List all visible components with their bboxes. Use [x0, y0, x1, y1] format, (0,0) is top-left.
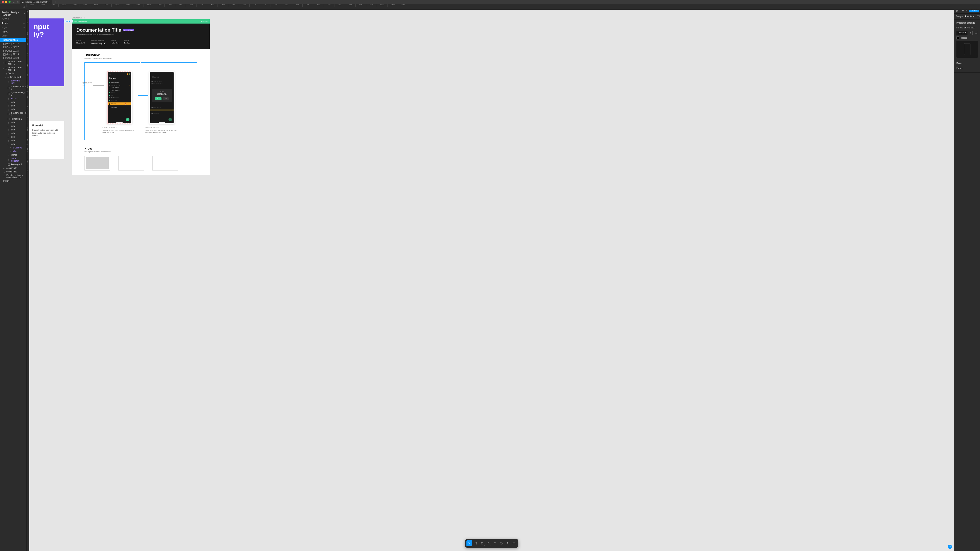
prototype-tab[interactable]: Prototype	[965, 15, 974, 17]
selection-box[interactable]: Padding betweenitems should be20px 9:41 …	[84, 62, 197, 140]
layer-item[interactable]: ▸tasked-dark	[0, 75, 26, 79]
layer-item[interactable]: Group 92126	[0, 49, 26, 52]
layer-item[interactable]: Status bar / light	[0, 79, 26, 85]
layer-item[interactable]: todo	[0, 142, 26, 146]
layer-item[interactable]: ▸Documentation	[0, 38, 26, 42]
layer-item[interactable]: Padding between items should be	[0, 173, 26, 179]
task-row: Dust The Lamps	[109, 97, 130, 99]
flow-item[interactable]: Flow 1	[956, 66, 978, 70]
selection-handle[interactable]	[140, 62, 142, 63]
project-title[interactable]: Product Design Handoff ▾	[0, 10, 26, 17]
orientation-portrait[interactable]: ▯	[969, 31, 973, 35]
purple-heading: nput ly?	[33, 23, 60, 39]
layer-item[interactable]: checkbox	[0, 146, 26, 149]
file-tab[interactable]: ◆ Product Design Handoff ×	[20, 0, 52, 3]
phone-mockup-1[interactable]: 9:41 📶 🔋 Chores Water The PlantsTake Out…	[107, 71, 132, 124]
selected-task-row: ADD NEW ⏰ 🗑	[108, 102, 131, 105]
design-tab[interactable]: Design	[956, 15, 963, 17]
flows-header: Flows	[956, 62, 978, 65]
share-button[interactable]: Share	[969, 8, 979, 12]
layer-item[interactable]: Rectangle 2	[0, 163, 26, 166]
layer-item[interactable]: add task	[0, 97, 26, 100]
layer-item[interactable]: todo	[0, 104, 26, 108]
present-icon[interactable]: ▷	[963, 9, 964, 11]
documentation-frame[interactable]: Flow 1 ▸ Documentation TASKED HANDOFF MA…	[72, 17, 210, 175]
layer-item[interactable]: chores	[0, 153, 26, 157]
layer-item[interactable]: todo	[0, 100, 26, 104]
layer-item[interactable]: Group 92125	[0, 52, 26, 56]
phone-mockup-2[interactable]: Chores Water The Plants Take Out The Tra…	[149, 71, 175, 124]
task-row: Vacuum	[109, 91, 130, 94]
maximize-window[interactable]	[8, 1, 11, 3]
home-icon[interactable]: ⌂	[13, 1, 14, 3]
preset-select[interactable]: Graphite▾	[956, 31, 967, 35]
flow-play-icon[interactable]: ▸	[71, 20, 72, 22]
ruler-horizontal: -2200-2100-2000-1900-1800-1700-1600-1500…	[27, 4, 954, 6]
layer-item[interactable]: todo	[0, 135, 26, 139]
layer-item[interactable]: Home Indicator	[0, 157, 26, 163]
bg-color-swatch[interactable]	[956, 37, 959, 40]
prototype-connection[interactable]	[138, 95, 148, 96]
close-tab-icon[interactable]: ×	[49, 1, 50, 3]
layer-item[interactable]: Rectangle 5	[0, 117, 26, 121]
text-tool[interactable]	[492, 540, 498, 546]
orientation-landscape[interactable]: ▭	[974, 31, 978, 35]
shape-tool[interactable]: ▾	[479, 540, 485, 546]
chevron-down-icon[interactable]: ▾	[966, 9, 967, 11]
purple-frame[interactable]: nput ly?	[29, 19, 64, 86]
dialog-line-1: DO YOU	[154, 91, 170, 93]
layer-item[interactable]: todo	[0, 139, 26, 142]
layer-item[interactable]: ic_alarm_add_24px 1	[0, 111, 26, 117]
page-item[interactable]: Page 1	[0, 30, 26, 33]
layer-item[interactable]: label	[0, 149, 26, 153]
version-badge: VERSION 1.0	[123, 29, 134, 32]
layer-item[interactable]: ic_delete_forever_24px 1	[0, 85, 26, 91]
design-panel: ▾ ▷ ▾ Share Design Prototype 50% Prototy…	[954, 4, 980, 551]
layer-item[interactable]: sectionTitle	[0, 166, 26, 170]
move-tool[interactable]: ▾	[466, 540, 473, 546]
zoom-level[interactable]: 50%	[977, 15, 980, 17]
search-icon[interactable]: ⌕	[23, 22, 25, 24]
layer-item[interactable]: todo	[0, 124, 26, 128]
chevron-down-icon[interactable]: ▾	[959, 9, 961, 11]
help-button[interactable]: ?	[948, 545, 952, 549]
layer-item[interactable]: Group 92127	[0, 45, 26, 49]
layer-item[interactable]: sectionTitle	[0, 170, 26, 173]
flow-card[interactable]	[153, 156, 178, 170]
close-window[interactable]	[2, 1, 4, 3]
panel-toggle-icon[interactable]: ◫	[23, 5, 25, 8]
layer-item[interactable]: ▸iPhone 11 Pro Max - 2	[0, 60, 26, 66]
bg-color-hex[interactable]: 000000	[961, 37, 967, 39]
flow-start-tag[interactable]: Flow 1 ▸	[64, 20, 73, 22]
white-note-frame[interactable]: Free trial During free trial users can a…	[29, 121, 64, 159]
user-avatar[interactable]	[956, 8, 958, 12]
frame-label[interactable]: Documentation	[72, 17, 210, 19]
add-page-icon[interactable]: +	[24, 27, 25, 29]
layer-item[interactable]: Group 92124	[0, 42, 26, 45]
layer-item[interactable]: Group 92123	[0, 56, 26, 60]
flow-card[interactable]	[84, 156, 110, 170]
device-name[interactable]: iPhone 13 Pro Max	[956, 25, 978, 30]
add-tab-icon[interactable]: +	[55, 1, 56, 3]
layer-item[interactable]: todo	[0, 108, 26, 111]
chevron-down-icon: ▾	[24, 13, 25, 14]
globe-icon[interactable]: ⊕	[17, 1, 19, 3]
minimize-window[interactable]	[5, 1, 7, 3]
assets-tab[interactable]: Assets	[2, 22, 8, 24]
layer-item[interactable]: ic_autorenew_48px 1	[0, 91, 26, 97]
pen-tool[interactable]: ▾	[485, 540, 492, 546]
dev-mode-tool[interactable]	[511, 540, 517, 546]
layer-item[interactable]: todo	[0, 121, 26, 124]
flow-card[interactable]	[118, 156, 144, 170]
layer-item[interactable]: todo	[0, 128, 26, 132]
comment-tool[interactable]	[498, 540, 504, 546]
layer-item[interactable]: todo	[0, 132, 26, 135]
layer-item[interactable]: ▸iPhone 11 Pro Max - 1	[0, 66, 26, 72]
layer-item[interactable]: BG	[0, 179, 26, 183]
connection-source[interactable]	[136, 105, 137, 106]
canvas[interactable]: nput ly? Free trial During free trial us…	[29, 6, 954, 551]
padding-annotation: Padding betweenitems should be20px	[83, 82, 92, 86]
actions-tool[interactable]	[504, 540, 511, 546]
layer-item[interactable]: Vector	[0, 72, 26, 75]
frame-tool[interactable]: ▾	[473, 540, 479, 546]
